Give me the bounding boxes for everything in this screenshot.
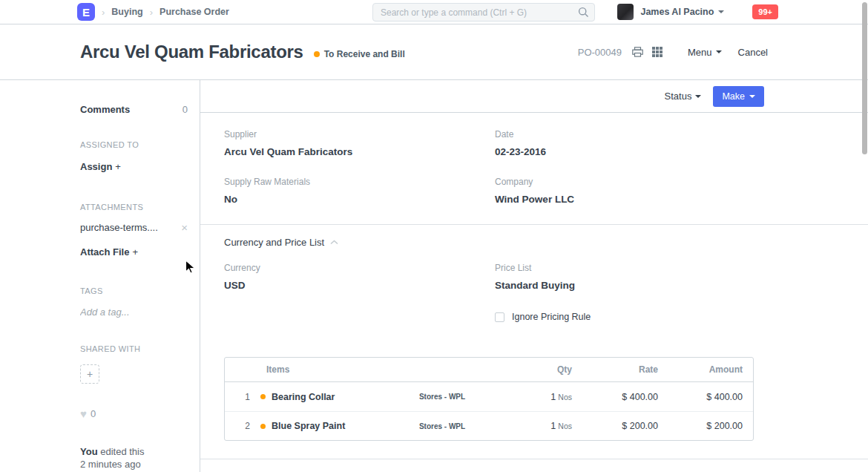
search-icon xyxy=(578,7,589,18)
chevron-down-icon xyxy=(716,50,722,53)
remove-attachment-icon[interactable]: × xyxy=(181,221,188,234)
top-navbar: E › Buying › Purchase Order James Al Pac… xyxy=(0,0,868,24)
item-rate: $ 400.00 xyxy=(572,392,658,402)
supplier-value[interactable]: Arcu Vel Quam Fabricators xyxy=(224,146,483,157)
heart-icon[interactable]: ♥ xyxy=(80,407,87,420)
plus-icon[interactable]: + xyxy=(115,161,121,172)
chevron-down-icon xyxy=(749,95,755,98)
grid-view-icon[interactable] xyxy=(652,47,662,57)
status-text: To Receive and Bill xyxy=(324,49,405,59)
item-amount: $ 200.00 xyxy=(658,421,753,431)
row-index: 1 xyxy=(225,392,259,402)
breadcrumb-purchase-order[interactable]: Purchase Order xyxy=(160,7,229,17)
attachment-link[interactable]: purchase-terms.... xyxy=(80,222,158,233)
attachments-heading: ATTACHMENTS xyxy=(80,203,188,212)
user-menu[interactable]: James Al Pacino xyxy=(640,7,714,17)
currency-label: Currency xyxy=(224,263,483,273)
chevron-down-icon xyxy=(718,10,724,13)
share-add-button[interactable]: + xyxy=(80,364,99,384)
item-warehouse: Stores - WPL xyxy=(387,422,498,430)
item-amount: $ 400.00 xyxy=(658,392,753,402)
search-input[interactable] xyxy=(372,3,595,22)
currency-section-title[interactable]: Currency and Price List xyxy=(224,237,324,248)
tags-heading: TAGS xyxy=(80,286,188,295)
document-toolbar: Status Make xyxy=(200,80,868,113)
comments-count: 0 xyxy=(183,104,188,115)
item-warehouse: Stores - WPL xyxy=(387,393,498,401)
ignore-pricing-rule-label: Ignore Pricing Rule xyxy=(512,312,591,322)
table-row[interactable]: 1 Bearing Collar Stores - WPL 1Nos $ 400… xyxy=(225,382,753,411)
page-head: Arcu Vel Quam Fabricators To Receive and… xyxy=(0,24,868,80)
item-qty: 1Nos xyxy=(498,392,572,402)
col-amount: Amount xyxy=(658,364,753,375)
assign-button[interactable]: Assign xyxy=(80,161,112,172)
item-name[interactable]: Bearing Collar xyxy=(272,392,335,402)
chevron-right-icon: › xyxy=(150,7,153,18)
items-table: Items Qty Rate Amount 1 Bearing Collar S… xyxy=(224,357,754,441)
document-id: PO-00049 xyxy=(578,47,622,58)
item-status-dot-icon xyxy=(260,394,266,399)
likes-count: 0 xyxy=(91,408,96,419)
chevron-right-icon: › xyxy=(102,7,105,18)
item-name[interactable]: Blue Spray Paint xyxy=(272,421,345,431)
status-indicator: To Receive and Bill xyxy=(314,49,405,59)
breadcrumb-buying[interactable]: Buying xyxy=(111,7,142,17)
shared-with-heading: SHARED WITH xyxy=(80,344,188,353)
page-title: Arcu Vel Quam Fabricators xyxy=(80,42,303,62)
cancel-button[interactable]: Cancel xyxy=(738,47,768,58)
col-qty: Qty xyxy=(498,364,572,375)
menu-button[interactable]: Menu xyxy=(688,47,722,58)
company-value[interactable]: Wind Power LLC xyxy=(495,194,754,205)
price-list-label: Price List xyxy=(495,263,754,273)
chevron-down-icon xyxy=(695,95,701,98)
status-dot-icon xyxy=(314,51,320,57)
table-row[interactable]: 2 Blue Spray Paint Stores - WPL 1Nos $ 2… xyxy=(225,411,753,440)
item-qty: 1Nos xyxy=(498,421,572,431)
item-rate: $ 200.00 xyxy=(572,421,658,431)
make-dropdown[interactable]: Make xyxy=(713,86,764,107)
item-status-dot-icon xyxy=(260,424,266,429)
print-icon[interactable] xyxy=(632,47,643,57)
avatar[interactable] xyxy=(617,4,634,20)
date-label: Date xyxy=(495,129,754,140)
add-tag-input[interactable] xyxy=(80,307,184,318)
section-details: Supplier Arcu Vel Quam Fabricators Date … xyxy=(224,113,754,224)
form-main: Status Make Supplier Arcu Vel Quam Fabri… xyxy=(200,80,868,472)
comments-link[interactable]: Comments xyxy=(80,104,130,115)
supplier-label: Supplier xyxy=(224,129,483,140)
company-label: Company xyxy=(495,177,754,187)
status-dropdown[interactable]: Status xyxy=(665,91,702,102)
app-logo[interactable]: E xyxy=(77,3,95,21)
notifications-badge[interactable]: 99+ xyxy=(752,4,778,19)
attach-file-button[interactable]: Attach File xyxy=(80,246,129,258)
items-table-header: Items Qty Rate Amount xyxy=(225,358,753,382)
ignore-pricing-rule-checkbox[interactable] xyxy=(495,312,504,322)
supply-raw-materials-label: Supply Raw Materials xyxy=(224,177,483,187)
col-rate: Rate xyxy=(572,364,658,375)
price-list-value[interactable]: Standard Buying xyxy=(495,280,754,291)
scrollbar[interactable] xyxy=(862,2,867,154)
date-value[interactable]: 02-23-2016 xyxy=(495,146,754,157)
currency-value[interactable]: USD xyxy=(224,280,483,291)
assigned-to-heading: ASSIGNED TO xyxy=(80,140,188,149)
chevron-up-icon[interactable] xyxy=(330,240,338,245)
col-items: Items xyxy=(259,364,387,375)
activity-edited: You edited this 2 minutes ago xyxy=(80,445,188,471)
plus-icon[interactable]: + xyxy=(132,246,138,258)
supply-raw-materials-value[interactable]: No xyxy=(224,194,483,205)
row-index: 2 xyxy=(225,421,259,431)
form-sidebar: Comments 0 ASSIGNED TO Assign+ ATTACHMEN… xyxy=(0,80,200,472)
global-search xyxy=(372,3,595,22)
section-currency-pricing: Currency and Price List Currency USD Pri… xyxy=(224,225,754,322)
